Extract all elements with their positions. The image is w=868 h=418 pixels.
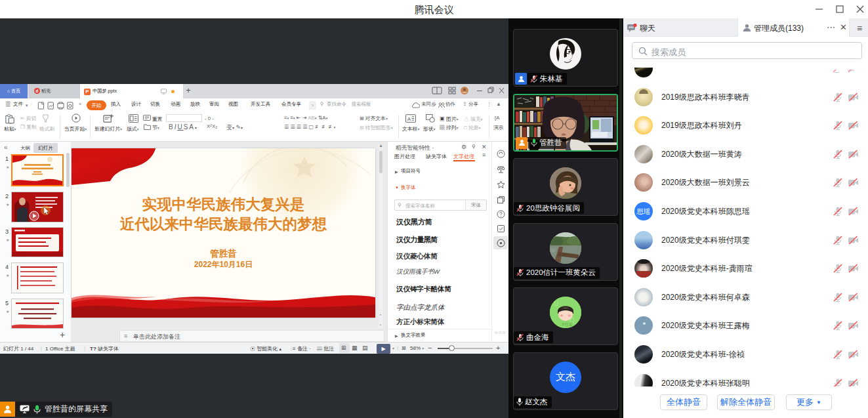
svg-text:U: U (554, 300, 558, 307)
svg-text:A: A (407, 116, 411, 122)
svg-text:卡仕达: 卡仕达 (561, 322, 573, 327)
